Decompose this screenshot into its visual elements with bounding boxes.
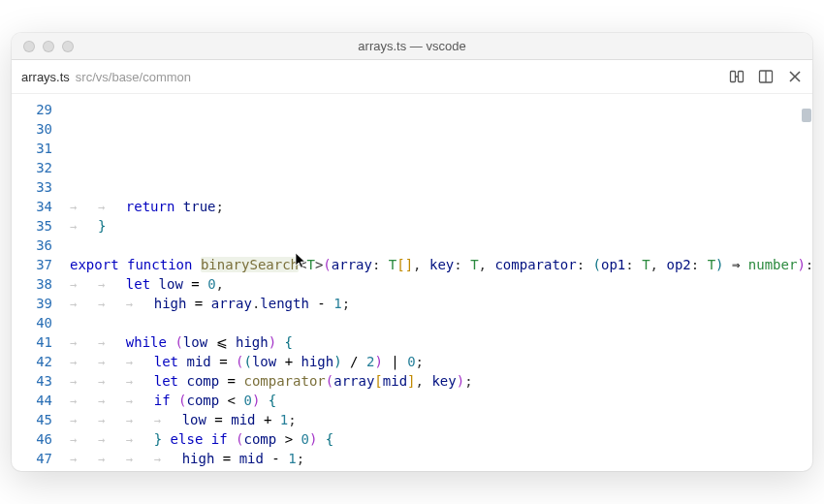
svg-rect-0 [731, 72, 736, 82]
code-line[interactable] [70, 177, 812, 197]
line-number: 45 [12, 410, 52, 429]
line-number: 32 [12, 158, 52, 177]
line-number: 29 [12, 100, 52, 119]
code-line[interactable]: → → → if (comp < 0) { [70, 391, 812, 410]
close-icon[interactable] [787, 69, 803, 84]
line-number: 37 [12, 255, 52, 274]
line-number: 35 [12, 216, 52, 236]
line-number: 41 [12, 332, 52, 352]
line-number: 43 [12, 371, 52, 391]
code-area[interactable]: → → return true;→ }export function binar… [70, 94, 812, 471]
code-line[interactable]: → → → } else if (comp > 0) { [70, 429, 812, 449]
line-number: 38 [12, 274, 52, 294]
line-number: 46 [12, 429, 52, 449]
code-line[interactable]: → → → → low = mid + 1; [70, 410, 812, 429]
svg-rect-1 [739, 72, 744, 82]
line-number: 36 [12, 236, 52, 255]
code-line[interactable]: → → return true; [70, 197, 812, 216]
code-line[interactable]: → → → let mid = ((low + high) / 2) | 0; [70, 352, 812, 371]
code-line[interactable]: → → → high = array.length - 1; [70, 294, 812, 313]
line-number-gutter: 2930313233343536373839404142434445464748 [12, 94, 70, 471]
tab-filename[interactable]: arrays.ts [21, 70, 70, 84]
code-line[interactable]: → } [70, 216, 812, 236]
code-line[interactable] [70, 236, 812, 255]
compare-changes-icon[interactable] [729, 69, 745, 84]
code-line[interactable]: → → → let comp = comparator(array[mid], … [70, 371, 812, 391]
line-number: 33 [12, 177, 52, 197]
editor-window: arrays.ts — vscode arrays.ts src/vs/base… [12, 33, 812, 471]
minimize-window-icon[interactable] [43, 41, 54, 52]
maximize-window-icon[interactable] [62, 41, 74, 52]
line-number: 39 [12, 294, 52, 313]
code-line[interactable]: → → while (low ⩽ high) { [70, 332, 812, 352]
line-number: 30 [12, 119, 52, 139]
code-line[interactable]: export function binarySearch<T>(array: T… [70, 255, 812, 274]
close-window-icon[interactable] [23, 41, 35, 52]
code-editor[interactable]: 2930313233343536373839404142434445464748… [12, 94, 812, 471]
code-line[interactable]: → → → → high = mid - 1; [70, 449, 812, 468]
line-number: 31 [12, 139, 52, 158]
line-number: 44 [12, 391, 52, 410]
tab-bar: arrays.ts src/vs/base/common [12, 60, 812, 94]
window-title: arrays.ts — vscode [12, 39, 812, 53]
split-editor-icon[interactable] [758, 69, 774, 84]
tab-actions [729, 69, 803, 84]
scrollbar-thumb[interactable] [802, 109, 811, 122]
code-line[interactable] [70, 313, 812, 332]
traffic-lights [23, 41, 74, 52]
line-number: 47 [12, 449, 52, 468]
line-number: 34 [12, 197, 52, 216]
line-number: 48 [12, 468, 52, 471]
line-number: 42 [12, 352, 52, 371]
code-line[interactable]: → → let low = 0, [70, 274, 812, 294]
code-line[interactable]: → → → } else { [70, 468, 812, 471]
line-number: 40 [12, 313, 52, 332]
titlebar[interactable]: arrays.ts — vscode [12, 33, 812, 60]
tab-path: src/vs/base/common [76, 70, 191, 84]
